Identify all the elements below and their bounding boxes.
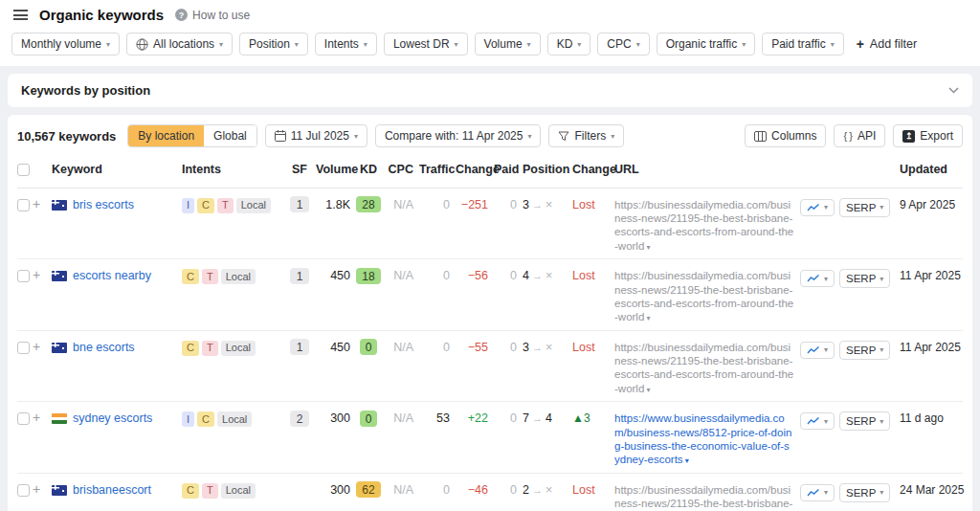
col-position[interactable]: Position bbox=[523, 161, 572, 178]
export-button[interactable]: ↥ Export bbox=[893, 124, 963, 147]
add-filter-button[interactable]: +Add filter bbox=[851, 33, 924, 55]
filter-button-lowest-dr[interactable]: Lowest DR▾ bbox=[384, 33, 468, 56]
url-expand-icon[interactable]: ▾ bbox=[683, 456, 689, 465]
keyword-link[interactable]: brisbaneescort bbox=[73, 483, 151, 499]
position-history-button[interactable]: ▾ bbox=[800, 484, 835, 501]
intent-badge-local: Local bbox=[221, 269, 256, 284]
result-url[interactable]: https://businessdailymedia.com/business-… bbox=[614, 483, 794, 511]
serp-button[interactable]: SERP▾ bbox=[839, 269, 890, 288]
keywords-by-position-section[interactable]: Keywords by position bbox=[8, 74, 972, 107]
toggle-global[interactable]: Global bbox=[204, 125, 256, 146]
serp-button[interactable]: SERP▾ bbox=[839, 411, 890, 431]
col-intents[interactable]: Intents bbox=[182, 161, 289, 178]
position-history-button[interactable]: ▾ bbox=[800, 270, 835, 287]
col-kd[interactable]: KD bbox=[356, 161, 387, 178]
position-history-button[interactable]: ▾ bbox=[800, 199, 835, 216]
filter-button-cpc[interactable]: CPC▾ bbox=[597, 33, 649, 56]
keyword-link[interactable]: bris escorts bbox=[73, 198, 134, 213]
add-keyword-icon[interactable]: + bbox=[33, 410, 40, 425]
chevron-down-icon: ▾ bbox=[824, 203, 828, 211]
result-url[interactable]: https://businessdailymedia.com/business-… bbox=[614, 341, 794, 396]
how-to-use-link[interactable]: ? How to use bbox=[175, 9, 250, 22]
keyword-link[interactable]: bne escorts bbox=[73, 341, 135, 356]
url-expand-icon[interactable]: ▾ bbox=[644, 386, 650, 394]
keyword-link[interactable]: escorts nearby bbox=[73, 269, 151, 284]
updated-value: 11 Apr 2025 bbox=[900, 341, 963, 355]
col-volume[interactable]: Volume bbox=[316, 161, 356, 178]
api-button[interactable]: { } API bbox=[834, 124, 885, 147]
intent-badge-i: I bbox=[182, 198, 194, 213]
position-to: × bbox=[546, 269, 552, 282]
position-from: 7 bbox=[523, 411, 529, 425]
filters-button[interactable]: Filters ▾ bbox=[548, 124, 624, 147]
traffic-value: 0 bbox=[419, 483, 456, 499]
change-value: +22 bbox=[456, 411, 494, 427]
chevron-down-icon: ▾ bbox=[824, 488, 828, 497]
kd-badge: 62 bbox=[356, 481, 380, 498]
sparkline-icon bbox=[807, 488, 820, 498]
chevron-down-icon: ▾ bbox=[831, 40, 835, 49]
collapse-chevron-icon[interactable] bbox=[948, 87, 959, 94]
row-checkbox[interactable] bbox=[17, 412, 30, 425]
row-checkbox[interactable] bbox=[17, 342, 30, 354]
col-keyword[interactable]: Keyword bbox=[52, 161, 182, 178]
url-expand-icon[interactable]: ▾ bbox=[644, 243, 650, 252]
col-url[interactable]: URL bbox=[614, 161, 800, 178]
position-history-button[interactable]: ▾ bbox=[800, 342, 835, 359]
col-traffic[interactable]: Traffic bbox=[419, 161, 456, 178]
keywords-count: 10,567 keywords bbox=[17, 129, 116, 144]
col-change[interactable]: Change bbox=[456, 161, 494, 178]
filter-label: Intents bbox=[324, 37, 359, 51]
filter-button-kd[interactable]: KD▾ bbox=[547, 33, 591, 56]
col-cpc[interactable]: CPC bbox=[387, 161, 419, 178]
result-url[interactable]: https://businessdailymedia.com/business-… bbox=[614, 198, 794, 254]
serp-button[interactable]: SERP▾ bbox=[839, 483, 890, 502]
filters-label: Filters bbox=[574, 129, 606, 143]
filter-button-organic-traffic[interactable]: Organic traffic▾ bbox=[657, 33, 756, 56]
add-keyword-icon[interactable]: + bbox=[33, 481, 40, 497]
volume-value: 1.8K bbox=[316, 198, 356, 213]
select-all-checkbox[interactable] bbox=[17, 164, 30, 176]
add-keyword-icon[interactable]: + bbox=[33, 339, 40, 354]
keyword-link[interactable]: sydney escorts bbox=[73, 411, 152, 427]
result-url[interactable]: https://www.businessdailymedia.com/busin… bbox=[614, 411, 794, 467]
result-url[interactable]: https://businessdailymedia.com/business-… bbox=[614, 269, 794, 324]
col-change2[interactable]: Change bbox=[572, 161, 614, 178]
row-checkbox[interactable] bbox=[17, 270, 30, 282]
add-keyword-icon[interactable]: + bbox=[33, 267, 40, 282]
keywords-table-card: 10,567 keywords By location Global 11 Ju… bbox=[8, 115, 972, 511]
serp-features-badge: 1 bbox=[290, 339, 310, 355]
updated-value: 11 Apr 2025 bbox=[900, 269, 963, 283]
globe-icon bbox=[136, 38, 148, 51]
volume-value: 300 bbox=[316, 483, 356, 499]
row-checkbox[interactable] bbox=[17, 484, 30, 497]
position-history-button[interactable]: ▾ bbox=[800, 412, 835, 430]
traffic-value: 0 bbox=[419, 269, 456, 284]
col-paid[interactable]: Paid bbox=[494, 161, 523, 178]
row-checkbox[interactable] bbox=[17, 199, 30, 211]
filter-button-all-locations[interactable]: All locations▾ bbox=[126, 33, 233, 56]
filter-button-intents[interactable]: Intents▾ bbox=[315, 33, 377, 56]
col-updated[interactable]: Updated bbox=[900, 161, 963, 178]
kd-badge: 18 bbox=[356, 268, 380, 284]
add-keyword-icon[interactable]: + bbox=[33, 196, 40, 211]
serp-button[interactable]: SERP▾ bbox=[839, 198, 890, 217]
position-cell: 7→4 bbox=[523, 411, 572, 427]
filter-button-volume[interactable]: Volume▾ bbox=[475, 33, 541, 56]
plus-icon: + bbox=[857, 37, 864, 51]
col-sf[interactable]: SF bbox=[289, 161, 316, 178]
filter-button-position[interactable]: Position▾ bbox=[239, 33, 308, 56]
toggle-by-location[interactable]: By location bbox=[128, 125, 204, 146]
position-arrow-icon: → bbox=[529, 412, 546, 424]
url-expand-icon[interactable]: ▾ bbox=[644, 314, 650, 322]
intent-badge-c: C bbox=[182, 341, 199, 356]
serp-button[interactable]: SERP▾ bbox=[839, 341, 890, 360]
filter-button-paid-traffic[interactable]: Paid traffic▾ bbox=[762, 33, 844, 56]
date-picker-button[interactable]: 11 Jul 2025 ▾ bbox=[265, 124, 368, 147]
menu-icon[interactable] bbox=[13, 10, 28, 20]
compare-with-button[interactable]: Compare with: 11 Apr 2025 ▾ bbox=[375, 124, 542, 147]
columns-button[interactable]: Columns bbox=[745, 124, 826, 147]
intent-badge-local: Local bbox=[217, 411, 252, 427]
serp-label: SERP bbox=[846, 415, 876, 427]
filter-button-monthly-volume[interactable]: Monthly volume▾ bbox=[11, 33, 120, 56]
